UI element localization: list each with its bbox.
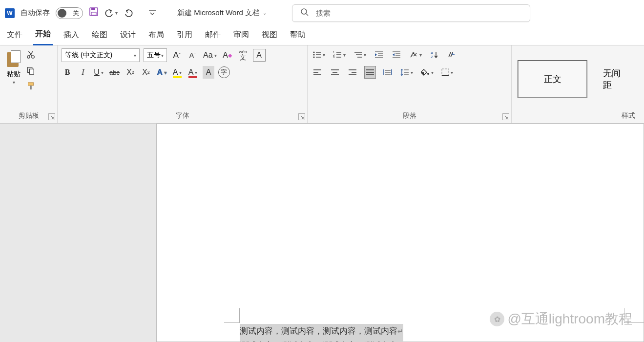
show-marks-button[interactable]: [446, 48, 458, 61]
font-dialog-launcher[interactable]: ↘: [298, 113, 305, 120]
borders-button[interactable]: [440, 66, 454, 79]
svg-rect-12: [28, 83, 34, 86]
save-icon[interactable]: [89, 7, 99, 19]
copy-button[interactable]: [26, 66, 35, 77]
phonetic-guide-button[interactable]: wén文: [237, 49, 249, 62]
ribbon: 粘贴 ▾ 剪贴板 ↘ 等线 (中文正文)▾ 五号▾ Aˆ Aˇ Aa A◆ wé…: [0, 45, 644, 124]
redo-button[interactable]: [124, 8, 133, 18]
paste-button[interactable]: 粘贴 ▾: [4, 48, 23, 87]
ribbon-tabs: 文件 开始 插入 绘图 设计 布局 引用 邮件 审阅 视图 帮助: [0, 26, 644, 45]
align-right-button[interactable]: [347, 66, 358, 79]
watermark-badge-icon: ✿: [490, 312, 504, 326]
paragraph-dialog-launcher[interactable]: ↘: [502, 113, 509, 120]
strikethrough-button[interactable]: abc: [108, 66, 121, 79]
svg-rect-1: [91, 8, 95, 10]
ruler-left-margin-icon: [224, 308, 240, 323]
group-label-paragraph: 段落: [312, 109, 507, 122]
svg-text:3: 3: [333, 56, 335, 59]
underline-button[interactable]: U: [93, 66, 104, 79]
style-no-spacing[interactable]: 无间距: [593, 67, 638, 91]
group-font: 等线 (中文正文)▾ 五号▾ Aˆ Aˇ Aa A◆ wén文 A B I U …: [58, 45, 308, 123]
sort-button[interactable]: AZ: [429, 48, 440, 61]
text-line[interactable]: 测试内容，测试内容，测试内容，测试内容↵: [240, 324, 403, 339]
line-spacing-button[interactable]: [399, 66, 414, 79]
font-color-button[interactable]: A: [187, 66, 199, 79]
document-area: 测试内容，测试内容，测试内容，测试内容↵ 测试内容，测试内容，测试内容，测试内容…: [0, 124, 644, 342]
svg-text:Z: Z: [431, 55, 433, 59]
superscript-button[interactable]: X2: [140, 66, 152, 79]
tab-design[interactable]: 设计: [118, 26, 138, 45]
title-bar: W 自动保存 关 ▾ 新建 Microsoft Word 文档 ⌄: [0, 0, 644, 26]
tab-insert[interactable]: 插入: [62, 26, 81, 45]
format-painter-button[interactable]: [26, 82, 35, 92]
bullets-button[interactable]: [312, 48, 326, 61]
font-name-dropdown[interactable]: 等线 (中文正文)▾: [62, 48, 140, 62]
align-center-button[interactable]: [329, 66, 341, 79]
group-styles: 正文 无间距 样式: [512, 45, 644, 123]
autosave-label: 自动保存: [21, 8, 50, 18]
italic-button[interactable]: I: [77, 66, 89, 79]
tab-mailings[interactable]: 邮件: [203, 26, 223, 45]
tab-home[interactable]: 开始: [33, 25, 53, 45]
font-size-value: 五号: [147, 51, 161, 60]
change-case-button[interactable]: Aa: [202, 49, 218, 62]
search-icon: [300, 8, 309, 19]
paste-icon: [6, 50, 21, 69]
tab-draw[interactable]: 绘图: [90, 26, 109, 45]
align-left-button[interactable]: [312, 66, 323, 79]
enclose-characters-button[interactable]: 字: [218, 66, 230, 78]
clipboard-dialog-launcher[interactable]: ↘: [48, 113, 55, 120]
distribute-button[interactable]: [382, 66, 394, 79]
customize-qat-button[interactable]: [148, 8, 157, 18]
text-line[interactable]: 测试内容，测试内容，测试内容，测试内容↵: [240, 339, 403, 342]
asian-layout-button[interactable]: [408, 48, 423, 61]
search-input[interactable]: [316, 9, 522, 17]
tab-review[interactable]: 审阅: [231, 26, 251, 45]
toggle-state: 关: [73, 9, 79, 18]
undo-button[interactable]: ▾: [104, 8, 118, 18]
multilevel-list-button[interactable]: [353, 48, 367, 61]
subscript-button[interactable]: X2: [125, 66, 136, 79]
word-app-icon: W: [5, 8, 15, 18]
group-label-clipboard: 剪贴板: [4, 109, 53, 122]
tab-references[interactable]: 引用: [175, 26, 194, 45]
group-paragraph: 123 AZ 段落 ↘: [308, 45, 512, 123]
autosave-toggle[interactable]: 关: [56, 7, 83, 19]
group-clipboard: 粘贴 ▾ 剪贴板 ↘: [0, 45, 58, 123]
style-normal[interactable]: 正文: [518, 60, 587, 98]
svg-line-5: [306, 14, 308, 16]
shading-button[interactable]: [420, 66, 435, 79]
svg-point-61: [427, 73, 429, 75]
bold-button[interactable]: B: [62, 66, 73, 79]
numbering-button[interactable]: 123: [332, 48, 347, 61]
highlight-button[interactable]: A: [171, 66, 183, 79]
document-text[interactable]: 测试内容，测试内容，测试内容，测试内容↵ 测试内容，测试内容，测试内容，测试内容…: [240, 324, 403, 342]
font-size-dropdown[interactable]: 五号▾: [144, 48, 167, 62]
character-shading-button[interactable]: A: [203, 66, 214, 79]
svg-rect-2: [91, 12, 96, 15]
decrease-indent-button[interactable]: [373, 48, 385, 61]
shrink-font-button[interactable]: Aˇ: [187, 49, 198, 62]
document-title-text: 新建 Microsoft Word 文档: [177, 8, 260, 18]
svg-point-4: [301, 9, 307, 14]
tab-view[interactable]: 视图: [260, 26, 279, 45]
justify-button[interactable]: [364, 66, 376, 79]
tab-help[interactable]: 帮助: [288, 26, 308, 45]
grow-font-button[interactable]: Aˆ: [171, 49, 183, 62]
character-border-button[interactable]: A: [253, 49, 266, 62]
svg-rect-11: [29, 69, 34, 74]
group-label-styles: 样式: [516, 109, 640, 122]
chevron-down-icon: ⌄: [263, 10, 267, 16]
document-title[interactable]: 新建 Microsoft Word 文档 ⌄: [177, 8, 267, 18]
clear-formatting-button[interactable]: A◆: [222, 49, 233, 62]
tab-file[interactable]: 文件: [5, 26, 24, 45]
group-label-font: 字体: [62, 109, 303, 122]
text-effects-button[interactable]: A: [156, 66, 167, 79]
tab-layout[interactable]: 布局: [146, 26, 166, 45]
cut-button[interactable]: [26, 50, 35, 61]
svg-point-16: [313, 54, 315, 56]
watermark-text: @互通lightroom教程: [507, 310, 632, 328]
search-box[interactable]: [292, 4, 530, 22]
svg-point-14: [313, 52, 315, 53]
increase-indent-button[interactable]: [391, 48, 402, 61]
